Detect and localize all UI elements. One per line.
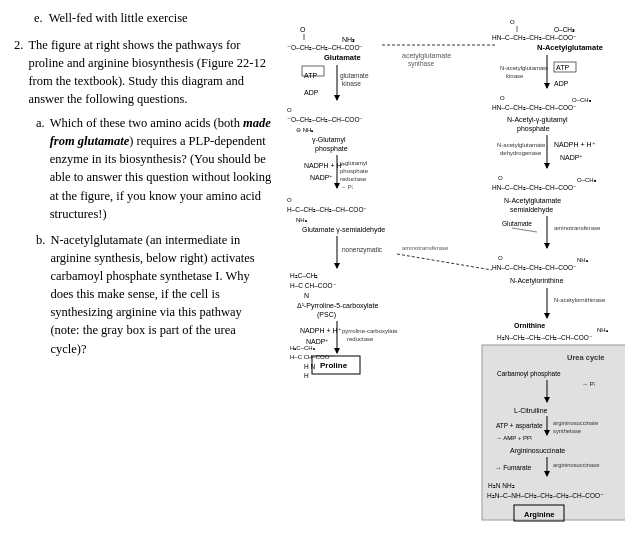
svg-text:H  N: H N [304, 363, 316, 370]
svg-text:NH₃: NH₃ [342, 36, 355, 43]
svg-text:kinase: kinase [342, 80, 361, 87]
svg-text:→ AMP + PPᵢ: → AMP + PPᵢ [496, 435, 532, 441]
svg-text:H₂C–CH₂: H₂C–CH₂ [290, 272, 318, 279]
svg-text:⁻O–CH₂–CH₂–CH–COO⁻: ⁻O–CH₂–CH₂–CH–COO⁻ [287, 116, 364, 123]
sub-item-a-letter: a. [36, 114, 45, 223]
diagram-area: O ⁻O–CH₂–CH₂–CH–COO⁻ NH₃ Glutamate ATP A… [282, 10, 625, 530]
svg-text:O: O [287, 107, 292, 113]
svg-text:NADPH + H⁺: NADPH + H⁺ [554, 141, 596, 148]
svg-text:HN–C–CH₂–CH₂–CH–COO⁻: HN–C–CH₂–CH₂–CH–COO⁻ [492, 104, 577, 111]
svg-text:Glutamate: Glutamate [502, 220, 532, 227]
svg-text:Proline: Proline [320, 361, 348, 370]
svg-text:Glutamate γ-semialdehyde: Glutamate γ-semialdehyde [302, 226, 385, 234]
svg-text:semialdehyde: semialdehyde [510, 206, 553, 214]
svg-text:Urea cycle: Urea cycle [567, 353, 605, 362]
svg-text:Arginine: Arginine [524, 510, 554, 519]
svg-text:ADP: ADP [304, 89, 319, 96]
svg-text:NADP⁺: NADP⁺ [306, 338, 329, 345]
svg-text:O: O [287, 197, 292, 203]
svg-text:O–CH₃: O–CH₃ [572, 97, 592, 103]
svg-text:N-acetylornithinase: N-acetylornithinase [554, 297, 606, 303]
svg-text:argininosuccinate: argininosuccinate [553, 420, 598, 426]
pathway-diagram: O ⁻O–CH₂–CH₂–CH–COO⁻ NH₃ Glutamate ATP A… [282, 10, 625, 530]
text-column: e. Well-fed with little exercise 2. The … [14, 10, 274, 530]
svg-text:N-Acetylorinthine: N-Acetylorinthine [510, 277, 563, 285]
svg-text:N-Acetylglutamate: N-Acetylglutamate [537, 43, 603, 52]
sub-item-a-text: Which of these two amino acids (both mad… [50, 114, 274, 223]
svg-text:Carbamoyl phosphate: Carbamoyl phosphate [497, 370, 561, 378]
svg-text:→ Pᵢ: → Pᵢ [582, 381, 595, 387]
svg-text:→ Fumarate: → Fumarate [495, 464, 532, 471]
svg-text:synthetase: synthetase [553, 428, 581, 434]
svg-text:O–CH₃: O–CH₃ [577, 177, 597, 183]
svg-text:dehydrogenase: dehydrogenase [500, 150, 542, 156]
item-e-text: Well-fed with little exercise [49, 11, 188, 25]
svg-text:H₂N–C–NH–CH₂–CH₂–CH₂–CH–COO⁻: H₂N–C–NH–CH₂–CH₂–CH₂–CH–COO⁻ [487, 492, 604, 499]
svg-text:O: O [500, 95, 505, 101]
svg-text:H: H [304, 372, 309, 379]
svg-text:⁻O–CH₂–CH₂–CH–COO⁻: ⁻O–CH₂–CH₂–CH–COO⁻ [287, 44, 364, 51]
svg-text:HN–C–CH₂–CH₂–CH–COO⁻: HN–C–CH₂–CH₂–CH–COO⁻ [492, 264, 577, 271]
svg-text:HN–C–CH₂–CH₂–CH–COO⁻: HN–C–CH₂–CH₂–CH–COO⁻ [492, 184, 577, 191]
svg-text:glutamate: glutamate [340, 72, 369, 80]
svg-text:O–CH₃: O–CH₃ [554, 26, 575, 33]
item-e: e. Well-fed with little exercise [34, 10, 274, 28]
svg-text:NADPH + H⁺: NADPH + H⁺ [300, 327, 342, 334]
svg-text:O: O [498, 255, 503, 261]
svg-text:aminotransferase: aminotransferase [554, 225, 601, 231]
svg-text:NH₂: NH₂ [296, 217, 308, 223]
svg-text:O: O [498, 175, 503, 181]
svg-text:H–C   CH–COO⁻: H–C CH–COO⁻ [290, 354, 332, 360]
svg-text:reductase: reductase [340, 176, 367, 182]
svg-text:O: O [510, 19, 515, 25]
item-e-label: e. [34, 11, 43, 25]
sub-item-b: b. N-acetylglutamate (an intermediate in… [36, 231, 274, 358]
svg-text:Argininosuccinate: Argininosuccinate [510, 447, 565, 455]
svg-text:phosphate: phosphate [517, 125, 550, 133]
svg-text:NADP⁺: NADP⁺ [310, 174, 333, 181]
svg-text:H₂N     NH₂: H₂N NH₂ [488, 482, 515, 489]
svg-text:H–C   CH–COO⁻: H–C CH–COO⁻ [290, 282, 337, 289]
svg-text:phosphate: phosphate [340, 168, 369, 174]
svg-text:ATP: ATP [556, 64, 569, 71]
svg-text:Glutamate: Glutamate [324, 53, 361, 62]
sub-items: a. Which of these two amino acids (both … [36, 114, 274, 358]
svg-text:Δ¹-Pyrroline-5-carboxylate: Δ¹-Pyrroline-5-carboxylate [297, 302, 378, 310]
item-2-number: 2. [14, 36, 23, 109]
svg-text:NADP⁺: NADP⁺ [560, 154, 583, 161]
svg-text:kinase: kinase [506, 73, 524, 79]
svg-text:O: O [300, 26, 306, 33]
svg-text:N-Acetyl-γ-glutamyl: N-Acetyl-γ-glutamyl [507, 116, 568, 124]
svg-text:H–C–CH₂–CH₂–CH–COO⁻: H–C–CH₂–CH₂–CH–COO⁻ [287, 206, 367, 213]
svg-text:ADP: ADP [554, 80, 569, 87]
svg-text:aminotransferase: aminotransferase [402, 245, 449, 251]
svg-text:γ-Glutamyl: γ-Glutamyl [312, 136, 346, 144]
svg-text:ATP + aspartate: ATP + aspartate [496, 422, 543, 430]
svg-text:ATP: ATP [304, 72, 317, 79]
svg-text:phosphate: phosphate [315, 145, 348, 153]
svg-text:N-acetylglutamate: N-acetylglutamate [500, 65, 549, 71]
diagram-column: O ⁻O–CH₂–CH₂–CH–COO⁻ NH₃ Glutamate ATP A… [282, 10, 625, 530]
svg-text:nonenzymatic: nonenzymatic [342, 246, 383, 254]
item-2: 2. The figure at right shows the pathway… [14, 36, 274, 358]
svg-text:pyrroline-carboxylate: pyrroline-carboxylate [342, 328, 398, 334]
svg-text:Ornithine: Ornithine [514, 322, 545, 329]
sub-item-b-letter: b. [36, 231, 45, 358]
svg-text:N-Acetylglutamate: N-Acetylglutamate [504, 197, 561, 205]
svg-text:H₂N–CH₂–CH₂–CH₂–CH–COO⁻: H₂N–CH₂–CH₂–CH₂–CH–COO⁻ [497, 334, 593, 341]
svg-text:⊖  NH₂: ⊖ NH₂ [296, 127, 314, 133]
svg-text:acetylglutamate: acetylglutamate [402, 52, 451, 60]
svg-text:reductase: reductase [347, 336, 374, 342]
svg-text:→ Pᵢ: → Pᵢ [340, 184, 353, 190]
svg-text:γ-glutamyl: γ-glutamyl [340, 160, 367, 166]
svg-text:NH₂: NH₂ [597, 327, 609, 333]
sub-item-a: a. Which of these two amino acids (both … [36, 114, 274, 223]
item-2-intro: The figure at right shows the pathways f… [28, 36, 274, 109]
svg-text:N: N [304, 292, 309, 299]
svg-text:synthase: synthase [408, 60, 434, 68]
svg-text:L-Citrulline: L-Citrulline [514, 407, 548, 414]
svg-text:argininosuccinase: argininosuccinase [553, 462, 599, 468]
page-container: e. Well-fed with little exercise 2. The … [14, 10, 611, 530]
sub-item-b-text: N-acetylglutamate (an intermediate in ar… [50, 231, 274, 358]
svg-text:HN–C–CH₂–CH₂–CH–COO⁻: HN–C–CH₂–CH₂–CH–COO⁻ [492, 34, 577, 41]
